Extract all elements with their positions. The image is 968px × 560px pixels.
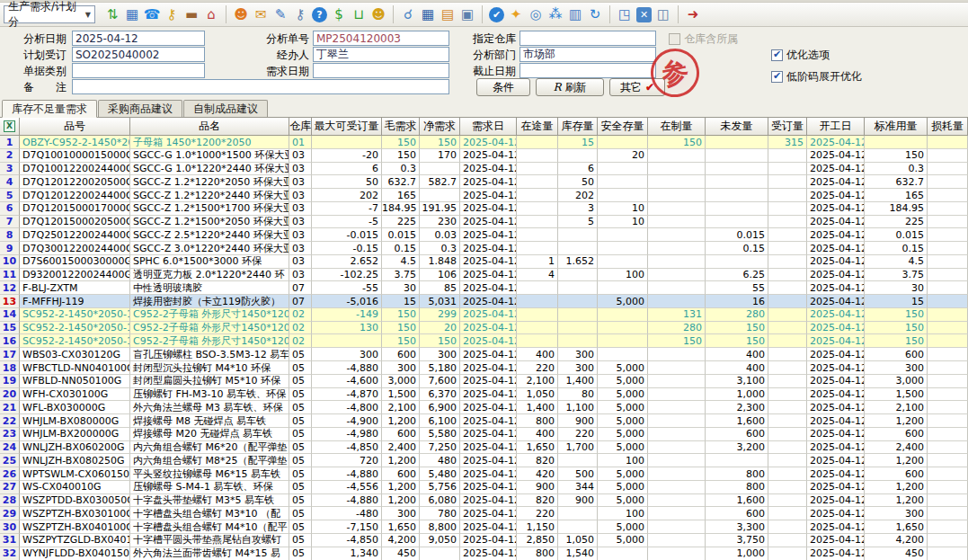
cell-gross_demand[interactable]: 184.95: [382, 202, 420, 216]
row-number[interactable]: 11: [0, 269, 20, 282]
cell-stock[interactable]: 1,700: [558, 441, 598, 455]
cell-std_usage[interactable]: 600: [865, 348, 928, 361]
cell-unshipped[interactable]: 800: [706, 481, 768, 494]
cell-gross_demand[interactable]: 300: [382, 361, 420, 375]
column-header-safety_stock[interactable]: 安全存量: [598, 118, 648, 136]
table-row[interactable]: 22WHJLM-BX080000G焊接螺母 M8 无碰焊点 易车铁05-4,90…: [0, 414, 968, 428]
table-row[interactable]: 3D7Q1001220024400GSGCC-G 1.0*1220*2440 环…: [0, 163, 968, 176]
cell-stock[interactable]: 6: [558, 163, 598, 176]
cell-start_date[interactable]: 2025-04-12: [807, 494, 865, 508]
cell-safety_stock[interactable]: 5,000: [598, 401, 648, 414]
cell-safety_stock[interactable]: 100: [598, 269, 648, 282]
cell-net_demand[interactable]: [420, 163, 460, 176]
cell-safety_stock[interactable]: 5,000: [598, 428, 648, 441]
cell-loss[interactable]: [928, 520, 968, 534]
cell-wip[interactable]: [648, 388, 706, 402]
cell-warehouse[interactable]: 03: [289, 255, 312, 269]
cell-part_no[interactable]: D7Q2501220024400G: [20, 228, 130, 242]
cell-safety_stock[interactable]: 100: [598, 454, 648, 467]
cell-safety_stock[interactable]: 5,000: [598, 414, 648, 428]
row-number[interactable]: 7: [0, 216, 20, 229]
cell-net_demand[interactable]: [420, 547, 460, 560]
cell-loss[interactable]: [928, 334, 968, 348]
cell-net_demand[interactable]: 5,480: [420, 467, 460, 481]
cell-ordered[interactable]: [768, 520, 807, 534]
condition-button[interactable]: 条件: [476, 78, 530, 96]
cell-ordered[interactable]: [768, 216, 807, 229]
cell-net_demand[interactable]: 300: [420, 348, 460, 361]
cell-safety_stock[interactable]: 5,000: [598, 481, 648, 494]
cell-gross_demand[interactable]: 0.3: [382, 163, 420, 176]
cell-unshipped[interactable]: 16: [706, 295, 768, 308]
cell-max_orderable[interactable]: -5,016: [312, 295, 382, 308]
cell-wip[interactable]: [648, 295, 706, 308]
cell-wip[interactable]: [648, 375, 706, 388]
cell-net_demand[interactable]: 6,370: [420, 388, 460, 402]
cell-unshipped[interactable]: [706, 202, 768, 216]
cell-gross_demand[interactable]: 30: [382, 281, 420, 295]
cell-warehouse[interactable]: 05: [289, 441, 312, 455]
cell-safety_stock[interactable]: [598, 348, 648, 361]
cell-demand_date[interactable]: 2025-04-12: [460, 361, 517, 375]
cell-in_transit[interactable]: [517, 334, 558, 348]
cell-warehouse[interactable]: 05: [289, 454, 312, 467]
cell-wip[interactable]: [648, 189, 706, 202]
cell-net_demand[interactable]: 106: [420, 269, 460, 282]
cell-wip[interactable]: [648, 547, 706, 560]
cell-demand_date[interactable]: 2025-04-12: [460, 547, 517, 560]
warehouse-input[interactable]: [520, 31, 656, 46]
cell-loss[interactable]: [928, 428, 968, 441]
tab-shortage-demand[interactable]: 库存不足量需求: [2, 100, 97, 118]
cell-demand_date[interactable]: 2025-04-12: [460, 414, 517, 428]
cell-part_name[interactable]: 内六角组合螺钉 M8*25（配平弹垫: [130, 454, 289, 467]
table-row[interactable]: 11D932001220024400G透明亚克力板 2.0*1220*2440 …: [0, 269, 968, 282]
cell-wip[interactable]: [648, 520, 706, 534]
cell-stock[interactable]: 80: [558, 388, 598, 402]
cell-start_date[interactable]: 2025-04-12: [807, 534, 865, 547]
cell-std_usage[interactable]: 0.3: [865, 163, 928, 176]
cell-loss[interactable]: [928, 534, 968, 547]
table-row[interactable]: 4D7Q1201220020500GSGCC-Z 1.2*1220*2050 环…: [0, 175, 968, 189]
cell-stock[interactable]: 500: [558, 467, 598, 481]
cell-gross_demand[interactable]: 150: [382, 136, 420, 149]
cell-std_usage[interactable]: 150: [865, 334, 928, 348]
table-row[interactable]: 24WNLJZH-BX060200G内六角组合螺钉 M6*20（配平弹垫05-4…: [0, 441, 968, 455]
cell-part_name[interactable]: SGCC-G 1.0*1000*1500 环保大亚: [130, 149, 289, 163]
cell-part_name[interactable]: 十字槽盘头组合螺钉 M4*10（配平: [130, 520, 289, 534]
cell-ordered[interactable]: 315: [768, 136, 807, 149]
optimize-checkbox[interactable]: ✔ 优化选项: [771, 49, 830, 62]
table-row[interactable]: 30WSZPTZH-BX040100G十字槽盘头组合螺钉 M4*10（配平05-…: [0, 520, 968, 534]
cell-in_transit[interactable]: [517, 322, 558, 335]
cell-start_date[interactable]: 2025-04-12: [807, 334, 865, 348]
cell-loss[interactable]: [928, 441, 968, 455]
cell-demand_date[interactable]: 2025-04-12: [460, 228, 517, 242]
cell-ordered[interactable]: [768, 202, 807, 216]
deadline-input[interactable]: [520, 63, 656, 78]
cell-ordered[interactable]: [768, 269, 807, 282]
cell-ordered[interactable]: [768, 428, 807, 441]
cell-std_usage[interactable]: 184.95: [865, 202, 928, 216]
cell-gross_demand[interactable]: 4,200: [382, 534, 420, 547]
cell-unshipped[interactable]: [706, 136, 768, 149]
cell-warehouse[interactable]: 03: [289, 163, 312, 176]
cell-part_name[interactable]: C952-2子母箱 外形尺寸1450*1200: [130, 334, 289, 348]
briefcase-icon[interactable]: ▬: [182, 4, 201, 24]
cell-start_date[interactable]: 2025-04-12: [807, 348, 865, 361]
cell-stock[interactable]: 15: [558, 136, 598, 149]
cell-net_demand[interactable]: 299: [420, 308, 460, 322]
cell-demand_date[interactable]: 2025-04-12: [460, 401, 517, 414]
cell-demand_date[interactable]: 2025-04-12: [460, 136, 517, 149]
cell-ordered[interactable]: [768, 494, 807, 508]
cell-part_name[interactable]: 压铆螺母 S-M4-1 易车铁、环保: [130, 481, 289, 494]
cell-safety_stock[interactable]: [598, 322, 648, 335]
cell-stock[interactable]: [558, 281, 598, 295]
table-row[interactable]: 17WBS03-CX030120G盲孔压铆螺柱 BSO-3.5M3-12 易车0…: [0, 348, 968, 361]
cell-gross_demand[interactable]: 4.5: [382, 255, 420, 269]
row-number[interactable]: 2: [0, 149, 20, 163]
cell-max_orderable[interactable]: -149: [312, 308, 382, 322]
cell-net_demand[interactable]: 191.95: [420, 202, 460, 216]
cell-loss[interactable]: [928, 175, 968, 189]
cell-demand_date[interactable]: 2025-04-12: [460, 388, 517, 402]
cell-unshipped[interactable]: 800: [706, 467, 768, 481]
cell-gross_demand[interactable]: 150: [382, 334, 420, 348]
